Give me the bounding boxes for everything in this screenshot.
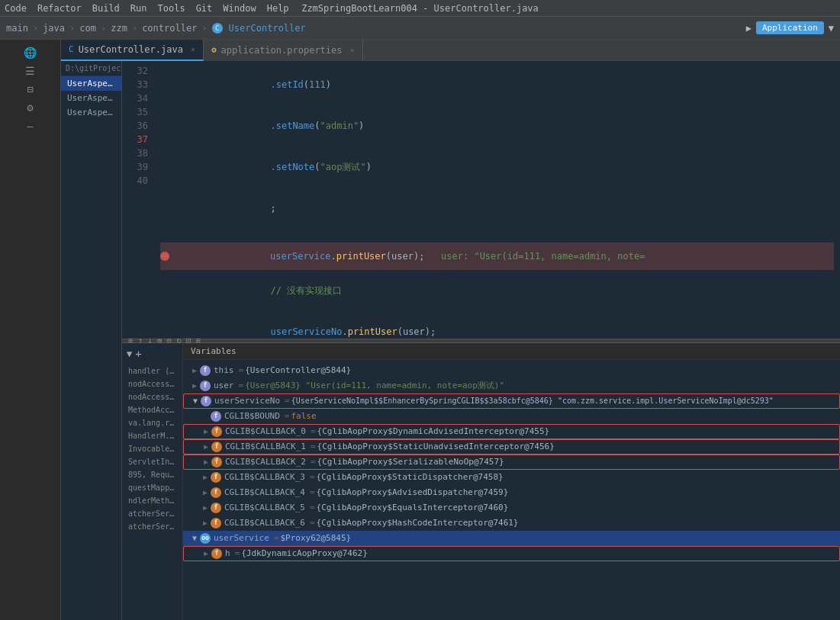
var-row-callback-5[interactable]: ▶ f CGLIB$CALLBACK_5 = {CglibAopProxy$Eq… bbox=[183, 500, 840, 516]
tabs-bar: C UserController.java ✕ ⚙ application.pr… bbox=[61, 40, 840, 61]
sidebar-icon-minimize[interactable]: — bbox=[8, 117, 53, 134]
menu-item-window[interactable]: Window bbox=[223, 3, 256, 14]
variables-main: Variables ▶ f this = {UserController@584… bbox=[183, 343, 840, 621]
file-tree-item-2[interactable]: UserAspect3 bbox=[61, 105, 121, 120]
stack-item-7[interactable]: ServletInvo... bbox=[122, 455, 182, 468]
file-tree-item-0[interactable]: UserAspect1 bbox=[61, 76, 121, 91]
tab-label-usercontroller: UserController.java bbox=[79, 44, 183, 55]
breadcrumb-java[interactable]: java bbox=[43, 23, 65, 34]
var-row-callback-0[interactable]: ▶ f CGLIB$CALLBACK_0 = {CglibAopProxy$Dy… bbox=[183, 424, 840, 439]
breadcrumb-usercontroller[interactable]: UserController bbox=[229, 23, 306, 34]
var-row-h[interactable]: ▶ f h = {JdkDynamicAopProxy@7462} bbox=[183, 546, 840, 561]
var-toggle-cb4[interactable]: ▶ bbox=[200, 487, 211, 498]
var-toggle-cb1[interactable]: ▶ bbox=[201, 442, 211, 452]
var-row-callback-2[interactable]: ▶ f CGLIB$CALLBACK_2 = {CglibAopProxy$Se… bbox=[183, 455, 840, 470]
stack-item-4[interactable]: va.lang.refle... bbox=[122, 416, 182, 429]
var-icon-cb5: f bbox=[211, 503, 221, 513]
run-config-icon: ▶ bbox=[746, 23, 751, 34]
file-tree-item-1[interactable]: UserAspect2 bbox=[61, 91, 121, 105]
menu-item-refactor[interactable]: Refactor bbox=[37, 3, 82, 14]
var-row-callback-6[interactable]: ▶ f CGLIB$CALLBACK_6 = {CglibAopProxy$Ha… bbox=[183, 516, 840, 531]
var-icon-h: f bbox=[211, 548, 222, 559]
stack-item-5[interactable]: HandlerM... bbox=[122, 429, 182, 442]
var-row-callback-3[interactable]: ▶ f CGLIB$CALLBACK_3 = {CglibAopProxy$St… bbox=[183, 470, 840, 485]
file-path: D:\gitProject\MyProject\springboot bbox=[61, 61, 121, 76]
var-toggle-bound bbox=[200, 411, 211, 422]
var-toggle-userserviceno[interactable]: ▼ bbox=[190, 396, 201, 406]
var-row-cglib-bound[interactable]: f CGLIB$BOUND = false bbox=[183, 409, 840, 424]
breadcrumb-com[interactable]: com bbox=[79, 23, 96, 34]
menu-item-build[interactable]: Build bbox=[92, 3, 120, 14]
tab-close-properties[interactable]: ✕ bbox=[350, 46, 355, 54]
var-icon-userservice: oo bbox=[200, 533, 211, 544]
var-row-user[interactable]: ▶ f user = {User@5843} "User(id=111, nam… bbox=[183, 378, 840, 394]
run-config-arrow[interactable]: ▼ bbox=[829, 23, 834, 34]
stack-item-12[interactable]: atcherServlet... bbox=[122, 520, 182, 533]
var-toggle-userservice[interactable]: ▼ bbox=[189, 533, 200, 544]
breadcrumb-main[interactable]: main bbox=[6, 23, 28, 34]
var-toggle-user[interactable]: ▶ bbox=[189, 381, 200, 391]
menu-item-git[interactable]: Git bbox=[196, 3, 213, 14]
stack-item-1[interactable]: nodAccessor bbox=[122, 377, 182, 390]
debug-panel: ▼ + handler (com.zzm... nodAccessor nodA… bbox=[122, 343, 840, 621]
code-line-38: // 没有实现接口 bbox=[160, 270, 834, 311]
var-icon-cb4: f bbox=[211, 487, 221, 498]
var-toggle-cb0[interactable]: ▶ bbox=[201, 426, 211, 437]
breadcrumb-zzm[interactable]: zzm bbox=[111, 23, 127, 34]
var-icon-cb0: f bbox=[211, 426, 222, 437]
run-config: ▶ Application ▼ bbox=[746, 21, 834, 34]
tab-icon-properties: ⚙ bbox=[211, 45, 217, 55]
stack-item-9[interactable]: questMappi... bbox=[122, 481, 182, 494]
variables-header: Variables bbox=[183, 343, 840, 360]
sidebar-icon-earth[interactable]: 🌐 bbox=[8, 44, 53, 61]
line-numbers: 32 33 34 35 36 37 38 39 40 bbox=[122, 61, 154, 191]
var-row-callback-1[interactable]: ▶ f CGLIB$CALLBACK_1 = {CglibAopProxy$St… bbox=[183, 439, 840, 455]
breadcrumb-controller[interactable]: controller bbox=[142, 23, 197, 34]
code-line-37: userService.printUser(user); user: "User… bbox=[160, 243, 834, 270]
code-editor: 32 33 34 35 36 37 38 39 40 bbox=[122, 61, 840, 339]
add-watch-icon[interactable]: + bbox=[135, 348, 141, 360]
code-line-32: .setId(111) bbox=[160, 64, 834, 105]
var-row-userserviceno[interactable]: ▼ f userServiceNo = {UserServiceNoImpl$$… bbox=[183, 394, 840, 409]
stack-item-3[interactable]: MethodAcce... bbox=[122, 403, 182, 416]
var-icon-bound: f bbox=[211, 411, 221, 422]
var-row-callback-4[interactable]: ▶ f CGLIB$CALLBACK_4 = {CglibAopProxy$Ad… bbox=[183, 485, 840, 500]
var-icon-cb3: f bbox=[211, 472, 221, 483]
stack-item-6[interactable]: InvocableH... bbox=[122, 442, 182, 455]
tab-application-properties[interactable]: ⚙ application.properties ✕ bbox=[204, 40, 363, 61]
tab-close-usercontroller[interactable]: ✕ bbox=[191, 45, 195, 53]
code-line-34: .setNote("aop测试") bbox=[160, 146, 834, 188]
var-tree: ▶ f this = {UserController@5844} ▶ f bbox=[183, 360, 840, 564]
sidebar-icon-hierarchy[interactable]: ⊟ bbox=[8, 81, 53, 98]
code-line-35: ; bbox=[160, 188, 834, 229]
var-icon-user: f bbox=[200, 381, 211, 391]
editor-area: D:\gitProject\MyProject\springboot UserA… bbox=[61, 61, 840, 620]
stack-item-2[interactable]: nodAccessor bbox=[122, 390, 182, 403]
code-line-39: userServiceNo.printUser(user); bbox=[160, 311, 834, 339]
var-filter: ▼ + bbox=[122, 343, 182, 365]
var-toggle-cb6[interactable]: ▶ bbox=[200, 518, 211, 528]
sidebar-icon-list[interactable]: ☰ bbox=[8, 63, 53, 79]
menu-item-run[interactable]: Run bbox=[130, 3, 147, 14]
stack-item-8[interactable]: 895, Reque... bbox=[122, 468, 182, 481]
menu-item-help[interactable]: Help bbox=[267, 3, 289, 14]
var-toggle-cb5[interactable]: ▶ bbox=[200, 503, 211, 513]
filter-icon[interactable]: ▼ bbox=[127, 349, 132, 359]
stack-item-10[interactable]: ndlerMethod... bbox=[122, 494, 182, 507]
var-toggle-cb3[interactable]: ▶ bbox=[200, 472, 211, 483]
var-toggle-cb2[interactable]: ▶ bbox=[201, 457, 211, 467]
var-toggle-h[interactable]: ▶ bbox=[201, 548, 211, 559]
var-icon-cb2: f bbox=[211, 457, 222, 467]
sidebar-icon-settings[interactable]: ⚙ bbox=[8, 99, 53, 116]
tab-usercontroller[interactable]: C UserController.java ✕ bbox=[61, 40, 204, 61]
menu-item-tools[interactable]: Tools bbox=[158, 3, 185, 14]
stack-item-11[interactable]: atcherServle... bbox=[122, 507, 182, 520]
menu-item-code[interactable]: Code bbox=[5, 3, 27, 14]
file-tree: D:\gitProject\MyProject\springboot UserA… bbox=[61, 61, 122, 620]
var-row-this[interactable]: ▶ f this = {UserController@5844} bbox=[183, 363, 840, 378]
var-toggle-this[interactable]: ▶ bbox=[189, 365, 200, 376]
var-row-userservice[interactable]: ▼ oo userService = $Proxy62@5845} bbox=[183, 531, 840, 546]
run-config-label[interactable]: Application bbox=[756, 21, 824, 34]
class-icon: C bbox=[212, 23, 223, 34]
stack-item-0[interactable]: handler (com.zzm... bbox=[122, 365, 182, 377]
